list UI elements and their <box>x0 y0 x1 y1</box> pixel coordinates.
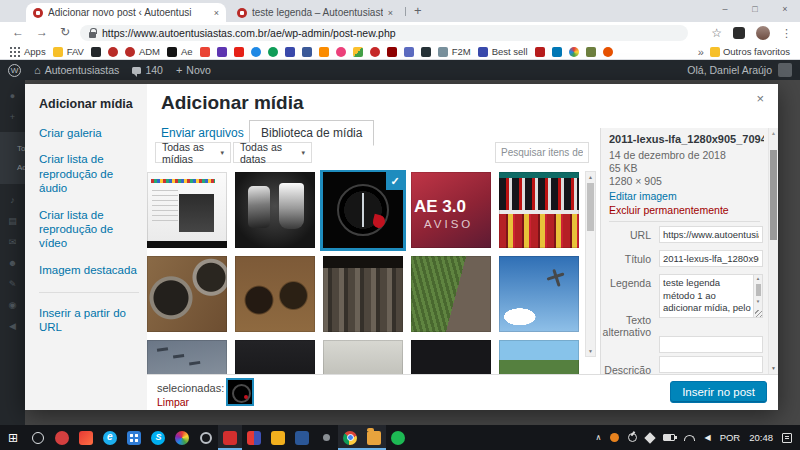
sidebar-item-create-gallery[interactable]: Criar galeria <box>39 126 139 140</box>
cortana-icon[interactable] <box>26 425 50 450</box>
bookmark-favicon[interactable] <box>370 47 380 57</box>
media-item-5[interactable] <box>499 172 579 248</box>
bookmark-favicon[interactable] <box>421 47 431 57</box>
wordpress-logo-icon[interactable]: W <box>8 64 21 77</box>
clear-selection-link[interactable]: Limpar <box>157 396 189 408</box>
start-button[interactable]: ⊞ <box>0 431 26 445</box>
scrollbar-thumb[interactable] <box>587 183 594 231</box>
bookmark-favicon[interactable] <box>91 47 101 57</box>
store-icon[interactable] <box>122 425 146 450</box>
sidebar-item-video-playlist[interactable]: Criar lista de reprodução de vídeo <box>39 208 139 251</box>
battery-icon[interactable] <box>663 434 675 441</box>
bookmark-favicon[interactable] <box>336 47 346 57</box>
delete-permanently-link[interactable]: Excluir permanentemente <box>609 204 729 216</box>
bookmark-favicon[interactable] <box>387 47 397 57</box>
spotify-icon[interactable] <box>386 425 410 450</box>
taskbar-app-icon[interactable] <box>170 425 194 450</box>
drive-icon[interactable] <box>353 47 363 57</box>
taskbar-app-icon[interactable] <box>290 425 314 450</box>
bookmark-favicon[interactable] <box>319 47 329 57</box>
folder-icon[interactable] <box>53 47 63 57</box>
reload-icon[interactable]: ↻ <box>60 25 70 39</box>
bookmark-ae[interactable]: Ae <box>181 46 193 57</box>
scroll-down-icon[interactable]: ▼ <box>769 365 778 371</box>
scroll-down-icon[interactable]: ▼ <box>586 348 595 354</box>
chrome-icon-open[interactable] <box>338 425 362 450</box>
bookmark-favicon[interactable] <box>251 47 261 57</box>
linkedin-icon[interactable] <box>552 47 562 57</box>
bookmark-apps[interactable]: Apps <box>24 46 46 57</box>
facebook-icon[interactable] <box>302 47 312 57</box>
title-field[interactable] <box>659 250 763 267</box>
tray-chevron-icon[interactable]: ∧ <box>596 433 602 442</box>
insert-into-post-button[interactable]: Inserir no post <box>670 381 767 403</box>
bookmark-f2m[interactable]: F2M <box>452 46 471 57</box>
caption-textarea[interactable]: teste legenda método 1 ao adicionar mídi… <box>659 274 763 318</box>
minimize-button[interactable]: – <box>710 0 740 20</box>
taskbar-app-icon[interactable] <box>242 425 266 450</box>
photos-icon[interactable] <box>266 425 290 450</box>
media-item-13[interactable] <box>323 340 403 374</box>
admin-bar-account[interactable]: Olá, Daniel Araújo <box>687 63 792 77</box>
other-bookmarks[interactable]: Outros favoritos <box>723 46 790 57</box>
clock[interactable]: 20:48 <box>749 432 773 443</box>
tray-app-icon[interactable] <box>610 433 619 442</box>
bookmark-favicon[interactable] <box>603 47 613 57</box>
media-item-11[interactable] <box>147 340 227 374</box>
media-item-10[interactable] <box>499 256 579 332</box>
gmail-icon[interactable] <box>200 47 210 57</box>
dropbox-icon[interactable] <box>645 432 656 443</box>
tab-upload-files[interactable]: Enviar arquivos <box>161 126 244 140</box>
bookmark-favicon[interactable] <box>268 47 278 57</box>
media-item-15[interactable] <box>499 340 579 374</box>
admin-bar-comments[interactable]: 140 <box>132 64 163 76</box>
media-item-9[interactable] <box>411 256 491 332</box>
media-item-7[interactable] <box>235 256 315 332</box>
media-item-12[interactable] <box>235 340 315 374</box>
taskbar-app-icon[interactable] <box>74 425 98 450</box>
scroll-up-icon[interactable]: ▲ <box>769 130 778 136</box>
admin-bar-site-link[interactable]: ⌂ Autoentusiastas <box>34 64 119 76</box>
bookmark-favicon[interactable] <box>478 47 488 57</box>
url-field[interactable] <box>659 226 763 243</box>
bookmark-favicon[interactable] <box>569 47 579 57</box>
extension-icon[interactable] <box>733 27 745 39</box>
alt-text-field[interactable] <box>659 336 763 353</box>
bookmark-adm[interactable]: ADM <box>139 46 160 57</box>
description-field[interactable] <box>659 356 763 373</box>
filter-date-select[interactable]: Todas as datas ▾ <box>233 142 312 163</box>
grid-scrollbar[interactable]: ▲ ▼ <box>585 171 596 357</box>
selected-item-thumbnail[interactable] <box>226 378 254 406</box>
media-search-input[interactable] <box>495 142 589 163</box>
panel-scrollbar[interactable]: ▲ ▼ <box>768 128 778 374</box>
tab-close-icon[interactable]: × <box>214 8 219 18</box>
bookmark-favicon[interactable] <box>535 47 545 57</box>
bookmark-favicon[interactable] <box>586 47 596 57</box>
media-item-8[interactable] <box>323 256 403 332</box>
apps-grid-icon[interactable] <box>10 47 20 57</box>
back-icon[interactable]: ← <box>12 25 24 39</box>
tray-app-icon[interactable] <box>628 433 637 442</box>
scroll-up-icon[interactable]: ▲ <box>754 275 762 282</box>
taskbar-app-icon[interactable] <box>314 425 338 450</box>
media-item-1[interactable] <box>147 172 227 248</box>
filter-media-type-select[interactable]: Todas as mídias ▾ <box>155 142 231 163</box>
modal-close-icon[interactable]: × <box>756 91 764 106</box>
sidebar-item-featured-image[interactable]: Imagem destacada <box>39 263 139 277</box>
scrollbar-thumb[interactable] <box>770 150 777 240</box>
language-indicator[interactable]: POR <box>720 432 741 443</box>
chrome-menu-icon[interactable]: ⋮ <box>781 27 792 40</box>
tab-close-icon[interactable]: × <box>388 8 393 18</box>
edit-image-link[interactable]: Editar imagem <box>609 190 677 202</box>
skype-icon[interactable] <box>146 425 170 450</box>
media-item-2[interactable] <box>235 172 315 248</box>
new-tab-button[interactable]: + <box>414 3 422 18</box>
taskbar-app-icon[interactable] <box>194 425 218 450</box>
close-window-button[interactable]: × <box>770 0 800 20</box>
action-center-icon[interactable] <box>782 433 792 443</box>
edge-icon[interactable] <box>98 425 122 450</box>
bookmark-best-sell[interactable]: Best sell <box>492 46 528 57</box>
taskbar-app-icon-open[interactable] <box>218 425 242 450</box>
admin-bar-new[interactable]: + Novo <box>176 64 211 76</box>
media-item-6[interactable] <box>147 256 227 332</box>
